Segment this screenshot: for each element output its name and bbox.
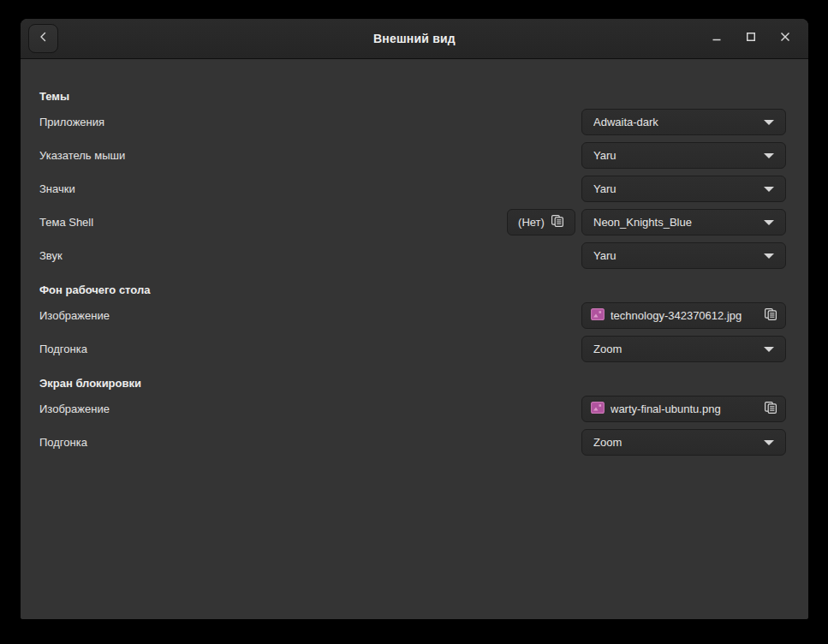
section-heading: Фон рабочего стола [39,283,786,296]
row-label: Звук [39,249,63,262]
section-lock-screen: Экран блокировки Изображение warty-final… [39,377,786,456]
desktop-image-file-button[interactable]: technology-342370612.jpg [581,302,786,329]
row-label: Указатель мыши [39,149,125,162]
minimize-button[interactable] [706,27,728,50]
file-button-value: (Нет) [518,216,545,229]
chevron-down-icon [764,153,774,158]
copy-pages-icon [764,307,777,324]
row-desktop-image: Изображение technology-342370612.jpg [39,302,786,329]
dropdown-value: Yaru [593,149,764,162]
file-name: technology-342370612.jpg [611,309,742,322]
lockscreen-adjustment-dropdown[interactable]: Zoom [581,429,786,456]
sound-theme-dropdown[interactable]: Yaru [581,242,786,269]
row-applications-theme: Приложения Adwaita-dark [39,109,786,135]
chevron-down-icon [764,347,774,352]
row-lockscreen-image: Изображение warty-final-ubuntu.png [39,396,786,422]
dropdown-value: Zoom [593,436,764,449]
maximize-button[interactable] [740,27,762,50]
copy-pages-icon [764,401,777,417]
dropdown-value: Yaru [593,249,764,262]
close-button[interactable] [774,27,796,50]
copy-pages-icon [551,214,564,230]
desktop-adjustment-dropdown[interactable]: Zoom [581,336,786,362]
appearance-panel: Темы Приложения Adwaita-dark Указатель м… [21,59,808,619]
section-heading: Экран блокировки [39,377,786,390]
row-sound-theme: Звук Yaru [39,242,786,269]
row-cursor-theme: Указатель мыши Yaru [39,142,786,169]
row-lockscreen-adjustment: Подгонка Zoom [39,429,786,456]
chevron-left-icon [37,30,51,47]
chevron-down-icon [764,187,774,192]
icons-theme-dropdown[interactable]: Yaru [581,176,786,202]
row-label: Приложения [39,116,104,128]
row-label: Тема Shell [39,216,93,229]
row-label: Изображение [39,402,110,415]
chevron-down-icon [764,120,774,125]
dropdown-value: Adwaita-dark [593,116,764,128]
section-themes: Темы Приложения Adwaita-dark Указатель м… [39,90,786,269]
row-label: Подгонка [39,436,87,449]
shell-theme-dropdown[interactable]: Neon_Knights_Blue [581,209,786,236]
row-shell-theme: Тема Shell (Нет) [39,209,786,236]
section-desktop-background: Фон рабочего стола Изображение technolog… [39,283,786,362]
file-name: warty-final-ubuntu.png [611,402,721,415]
window-title: Внешний вид [373,32,456,45]
row-label: Изображение [39,309,110,322]
image-thumbnail-icon [591,402,605,416]
maximize-icon [745,31,757,46]
section-heading: Темы [39,90,786,103]
row-label: Подгонка [39,343,87,355]
chevron-down-icon [764,220,774,225]
window-controls [706,19,796,58]
applications-theme-dropdown[interactable]: Adwaita-dark [581,109,786,135]
back-button[interactable] [28,24,58,53]
dropdown-value: Yaru [593,182,764,195]
chevron-down-icon [764,253,774,259]
tweaks-window: Внешний вид [21,19,808,619]
chevron-down-icon [764,440,774,445]
shell-theme-file-button[interactable]: (Нет) [507,209,575,236]
row-label: Значки [39,182,75,195]
close-icon [779,31,791,46]
cursor-theme-dropdown[interactable]: Yaru [581,142,786,169]
lockscreen-image-file-button[interactable]: warty-final-ubuntu.png [581,396,786,422]
row-desktop-adjustment: Подгонка Zoom [39,336,786,362]
minimize-icon [711,31,723,46]
dropdown-value: Neon_Knights_Blue [593,216,764,229]
headerbar: Внешний вид [21,19,808,59]
image-thumbnail-icon [591,308,605,323]
row-icons-theme: Значки Yaru [39,176,786,202]
dropdown-value: Zoom [593,343,764,355]
